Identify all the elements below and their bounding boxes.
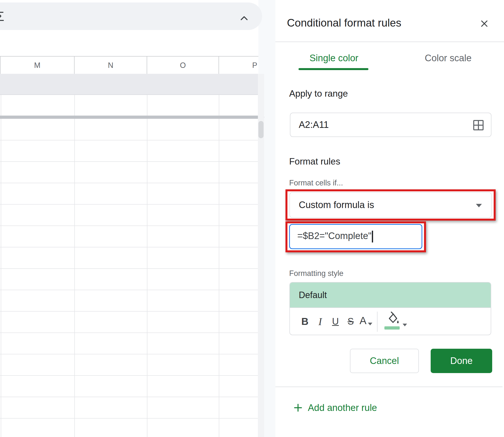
tab-single-color[interactable]: Single color xyxy=(298,52,370,64)
active-tab-underline xyxy=(299,68,368,70)
bold-button[interactable]: B xyxy=(297,312,313,332)
style-preview: Default xyxy=(290,283,491,307)
range-input[interactable]: A2:A11 xyxy=(290,113,491,137)
underline-button[interactable]: U xyxy=(328,312,343,332)
formatting-style-label: Formatting style xyxy=(289,269,344,278)
paint-bucket-icon xyxy=(386,311,400,325)
text-cursor xyxy=(372,231,373,242)
panel-header-divider xyxy=(275,42,504,42)
dropdown-caret-icon xyxy=(476,204,482,207)
add-another-rule-button[interactable]: Add another rule xyxy=(294,401,377,414)
tab-color-scale[interactable]: Color scale xyxy=(412,52,484,64)
close-icon xyxy=(479,19,489,29)
style-preview-text: Default xyxy=(299,290,327,300)
text-color-a-icon: A xyxy=(360,315,366,327)
custom-formula-input[interactable]: =$B2="Complete" xyxy=(289,224,422,249)
select-range-grid-icon[interactable] xyxy=(473,120,484,132)
frozen-pane-divider xyxy=(0,116,258,119)
add-another-rule-label: Add another rule xyxy=(308,403,377,413)
formula-value: =$B2="Complete" xyxy=(297,231,373,242)
column-header-o[interactable]: O xyxy=(147,57,219,74)
format-rules-heading: Format rules xyxy=(289,156,340,167)
vertical-scrollbar-thumb[interactable] xyxy=(258,121,264,138)
condition-dropdown[interactable]: Custom formula is xyxy=(289,192,492,218)
column-header-n[interactable]: N xyxy=(75,57,147,74)
column-header-m[interactable]: M xyxy=(0,57,75,74)
done-button[interactable]: Done xyxy=(431,349,492,373)
grid-rows[interactable] xyxy=(0,119,258,437)
text-color-caret-icon xyxy=(368,323,372,325)
fill-color-swatch xyxy=(384,326,400,330)
condition-value: Custom formula is xyxy=(299,200,374,210)
toolbar-divider xyxy=(377,312,378,332)
strikethrough-button[interactable]: S xyxy=(343,312,358,332)
close-panel-button[interactable] xyxy=(478,17,491,30)
formula-bar: Σ xyxy=(0,2,262,30)
formatting-style-box: Default B I U S A xyxy=(289,282,491,335)
text-color-button[interactable]: A xyxy=(358,312,374,332)
functions-sigma-icon[interactable]: Σ xyxy=(0,9,4,24)
format-cells-if-label: Format cells if... xyxy=(289,179,343,187)
column-header-p[interactable]: P xyxy=(219,57,258,74)
plus-icon xyxy=(294,403,302,412)
panel-title: Conditional format rules xyxy=(287,17,459,29)
google-sheets-screen: Σ M N O P Conditional format rules Sing xyxy=(0,0,504,437)
collapse-formula-bar-button[interactable] xyxy=(237,12,252,24)
fill-color-caret-icon xyxy=(403,324,407,326)
style-toolbar: B I U S A xyxy=(290,307,491,335)
chevron-up-icon xyxy=(239,15,249,22)
range-value: A2:A11 xyxy=(299,120,329,130)
frozen-row[interactable] xyxy=(0,74,258,95)
cancel-button[interactable]: Cancel xyxy=(350,349,419,373)
italic-button[interactable]: I xyxy=(313,312,328,332)
panel-footer-divider xyxy=(275,387,503,387)
apply-to-range-label: Apply to range xyxy=(289,89,348,99)
column-headers: M N O P xyxy=(0,56,258,75)
fill-color-button[interactable] xyxy=(382,311,404,332)
